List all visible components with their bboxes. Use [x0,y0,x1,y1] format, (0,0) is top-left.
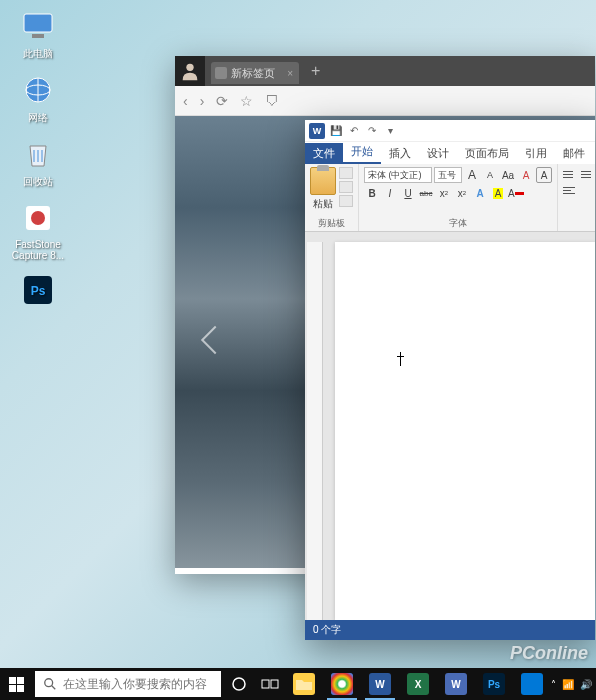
format-painter-button[interactable] [339,195,353,207]
taskbar-search[interactable] [35,671,222,697]
taskbar-app-wps[interactable]: W [437,668,475,700]
clipboard-icon [310,167,336,195]
taskbar-app-word[interactable]: W [361,668,399,700]
excel-icon: X [407,673,429,695]
photoshop-icon: Ps [20,272,56,308]
subscript-button[interactable]: x2 [436,185,452,201]
paste-label: 粘贴 [313,197,333,211]
windows-logo-icon [9,677,24,692]
desktop-icon-label: FastStone Capture 8... [12,239,64,261]
word-window: W 💾 ↶ ↷ ▾ 文件 开始 插入 设计 页面布局 引用 邮件 审阅 粘贴 [305,120,595,640]
highlight-button[interactable]: A [490,185,506,201]
font-name-select[interactable]: 宋体 (中文正) [364,167,432,183]
start-button[interactable] [0,668,33,700]
copy-button[interactable] [339,181,353,193]
wps-icon: W [445,673,467,695]
desktop-icon-recyclebin[interactable]: 回收站 [8,136,68,189]
group-label-font: 字体 [364,215,552,230]
superscript-button[interactable]: x2 [454,185,470,201]
nav-forward-icon[interactable]: › [200,93,205,109]
search-input[interactable] [63,677,214,691]
paste-button[interactable]: 粘贴 [310,167,336,211]
system-tray[interactable]: ˄ 📶 🔊 [551,668,596,700]
desktop-icon-thispc[interactable]: 此电脑 [8,8,68,61]
taskbar-app-explorer[interactable] [285,668,323,700]
vertical-ruler[interactable] [307,242,323,620]
tray-volume-icon[interactable]: 🔊 [580,679,592,690]
qat-redo-icon[interactable]: ↷ [365,124,379,138]
font-size-select[interactable]: 五号 [434,167,462,183]
word-titlebar: W 💾 ↶ ↷ ▾ [305,120,595,142]
tab-references[interactable]: 引用 [517,143,555,164]
align-left-button[interactable] [563,183,579,197]
browser-icon [331,673,353,695]
taskbar-app-photoshop[interactable]: Ps [475,668,513,700]
profile-avatar[interactable] [175,56,205,86]
ribbon-group-paragraph [558,164,596,231]
nav-reload-icon[interactable]: ⟳ [216,93,228,109]
tab-home[interactable]: 开始 [343,141,381,164]
taskbar: W X W Ps ˄ 📶 🔊 [0,668,596,700]
text-cursor-icon [400,352,401,366]
text-effects-button[interactable]: A [472,185,488,201]
italic-button[interactable]: I [382,185,398,201]
clear-format-button[interactable]: A [518,167,534,183]
svg-point-6 [31,211,45,225]
browser-tabbar: 新标签页 × + [175,56,595,86]
carousel-prev-icon[interactable] [205,330,235,360]
nav-star-icon[interactable]: ☆ [240,93,253,109]
taskbar-app-generic[interactable] [513,668,551,700]
word-logo-icon: W [309,123,325,139]
change-case-button[interactable]: Aa [500,167,516,183]
svg-rect-0 [24,14,52,32]
app-icon [20,200,56,236]
word-count[interactable]: 0 个字 [313,623,341,637]
taskview-button[interactable] [254,668,285,700]
tab-file[interactable]: 文件 [305,143,343,164]
qat-customize-icon[interactable]: ▾ [383,124,397,138]
grow-font-button[interactable]: A [464,167,480,183]
svg-rect-13 [262,680,269,688]
tray-chevron-icon[interactable]: ˄ [551,679,556,690]
styles-button[interactable]: A [536,167,552,183]
cortana-button[interactable] [223,668,254,700]
bullets-button[interactable] [563,167,579,181]
cut-button[interactable] [339,167,353,179]
taskbar-app-excel[interactable]: X [399,668,437,700]
desktop-icon-label: 回收站 [23,176,53,187]
tab-title: 新标签页 [231,66,275,81]
browser-tab[interactable]: 新标签页 × [211,62,299,84]
document-page[interactable] [335,242,595,620]
tab-insert[interactable]: 插入 [381,143,419,164]
bold-button[interactable]: B [364,185,380,201]
shrink-font-button[interactable]: A [482,167,498,183]
qat-save-icon[interactable]: 💾 [329,124,343,138]
tray-network-icon[interactable]: 📶 [562,679,574,690]
font-color-button[interactable]: A [508,185,524,201]
desktop-icon-network[interactable]: 网络 [8,72,68,125]
new-tab-button[interactable]: + [311,62,320,80]
nav-shield-icon[interactable]: ⛉ [265,93,279,109]
desktop-icon-label: 此电脑 [23,48,53,59]
strike-button[interactable]: abc [418,185,434,201]
taskbar-app-browser[interactable] [323,668,361,700]
taskbar-apps: W X W Ps [285,668,551,700]
word-icon: W [369,673,391,695]
tab-close-icon[interactable]: × [287,68,293,79]
desktop-icon-label: 网络 [28,112,48,123]
qat-undo-icon[interactable]: ↶ [347,124,361,138]
svg-line-11 [51,686,55,690]
desktop-icon-faststone[interactable]: FastStone Capture 8... [8,200,68,261]
recyclebin-icon [20,136,56,172]
tab-layout[interactable]: 页面布局 [457,143,517,164]
ribbon: 粘贴 剪贴板 宋体 (中文正) 五号 A A Aa A A B [305,164,595,232]
svg-point-12 [233,678,245,690]
numbering-button[interactable] [581,167,596,181]
search-icon [43,677,57,691]
desktop-icon-ps[interactable]: Ps [8,272,68,311]
ribbon-tabs: 文件 开始 插入 设计 页面布局 引用 邮件 审阅 [305,142,595,164]
underline-button[interactable]: U [400,185,416,201]
tab-design[interactable]: 设计 [419,143,457,164]
tab-mailings[interactable]: 邮件 [555,143,593,164]
nav-back-icon[interactable]: ‹ [183,93,188,109]
